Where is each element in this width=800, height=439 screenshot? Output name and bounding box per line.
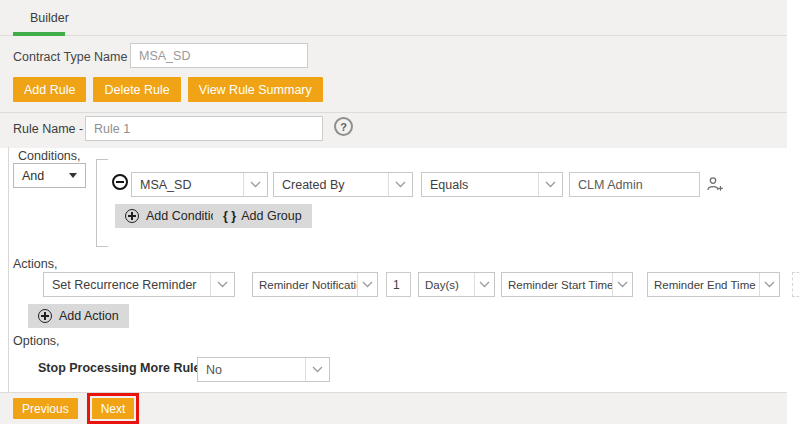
section-left-border: [8, 147, 9, 392]
header-divider: [0, 112, 787, 113]
header-panel: Builder Contract Type Name Add Rule Dele…: [0, 0, 787, 148]
previous-button[interactable]: Previous: [13, 398, 78, 419]
add-group-label: Add Group: [241, 209, 301, 223]
chevron-down-icon[interactable]: [538, 173, 562, 196]
reminder-start-value: Reminder Start Time: [508, 279, 613, 291]
footer-panel: Previous Next: [0, 393, 787, 424]
reminder-end-value: Reminder End Time: [654, 279, 756, 291]
logic-operator-value: And: [22, 169, 44, 183]
chevron-down-icon[interactable]: [388, 173, 412, 196]
help-icon[interactable]: ?: [334, 117, 353, 136]
chevron-down-icon[interactable]: [474, 273, 494, 296]
rule-name-label: Rule Name -: [13, 122, 83, 136]
tab-active-underline: [13, 32, 65, 36]
braces-icon: { }: [223, 209, 236, 223]
cutoff-control: [792, 272, 800, 297]
options-section-label: Options,: [13, 334, 60, 348]
plus-circle-icon: [38, 309, 52, 323]
condition-entity-select[interactable]: MSA_SD: [131, 172, 268, 197]
reminder-type-select[interactable]: Reminder Notification: [252, 272, 378, 297]
rule-builder-page: Builder Contract Type Name Add Rule Dele…: [0, 0, 800, 439]
stop-processing-select[interactable]: No: [197, 357, 330, 382]
contract-type-input[interactable]: [130, 43, 308, 68]
add-user-icon[interactable]: [706, 176, 724, 197]
dropdown-triangle-icon: [69, 173, 77, 178]
condition-value-input[interactable]: [569, 172, 700, 197]
add-group-button[interactable]: { } Add Group: [213, 204, 312, 228]
remove-condition-icon[interactable]: [112, 174, 128, 190]
group-bracket: [96, 159, 97, 247]
action-type-value: Set Recurrence Reminder: [52, 278, 197, 292]
condition-field-value: Created By: [282, 178, 345, 192]
stop-processing-value: No: [206, 363, 222, 377]
next-button[interactable]: Next: [92, 398, 135, 419]
reminder-quantity-input[interactable]: [386, 272, 411, 297]
chevron-down-icon[interactable]: [243, 173, 267, 196]
delete-rule-button[interactable]: Delete Rule: [93, 77, 180, 102]
logic-operator-select[interactable]: And: [13, 163, 86, 188]
add-action-label: Add Action: [59, 309, 119, 323]
stop-processing-label: Stop Processing More Rules: [38, 361, 207, 375]
chevron-down-icon[interactable]: [210, 273, 234, 296]
condition-operator-value: Equals: [430, 178, 468, 192]
plus-circle-icon: [125, 209, 139, 223]
condition-entity-value: MSA_SD: [140, 178, 191, 192]
conditions-section-label: Conditions,: [18, 149, 81, 163]
view-rule-summary-button[interactable]: View Rule Summary: [188, 77, 323, 102]
group-bracket-bottom: [96, 246, 108, 247]
chevron-down-icon[interactable]: [305, 358, 329, 381]
reminder-start-select[interactable]: Reminder Start Time: [501, 272, 633, 297]
chevron-down-icon[interactable]: [612, 273, 632, 296]
reminder-end-select[interactable]: Reminder End Time: [647, 272, 780, 297]
condition-field-select[interactable]: Created By: [273, 172, 413, 197]
tab-divider: [0, 35, 787, 36]
reminder-type-value: Reminder Notification: [259, 279, 369, 291]
actions-section-label: Actions,: [13, 257, 57, 271]
rule-toolbar: Add Rule Delete Rule View Rule Summary: [13, 77, 323, 102]
chevron-down-icon[interactable]: [759, 273, 779, 296]
add-rule-button[interactable]: Add Rule: [13, 77, 86, 102]
contract-type-label: Contract Type Name: [13, 50, 127, 64]
annotation-highlight: Next: [87, 393, 140, 424]
condition-operator-select[interactable]: Equals: [421, 172, 563, 197]
reminder-unit-value: Day(s): [425, 279, 459, 291]
chevron-down-icon[interactable]: [357, 273, 377, 296]
reminder-unit-select[interactable]: Day(s): [418, 272, 495, 297]
tab-builder[interactable]: Builder: [30, 11, 69, 25]
group-bracket-top: [96, 159, 108, 160]
add-action-button[interactable]: Add Action: [28, 304, 129, 328]
action-type-select[interactable]: Set Recurrence Reminder: [43, 272, 235, 297]
rule-name-input[interactable]: [85, 116, 323, 141]
